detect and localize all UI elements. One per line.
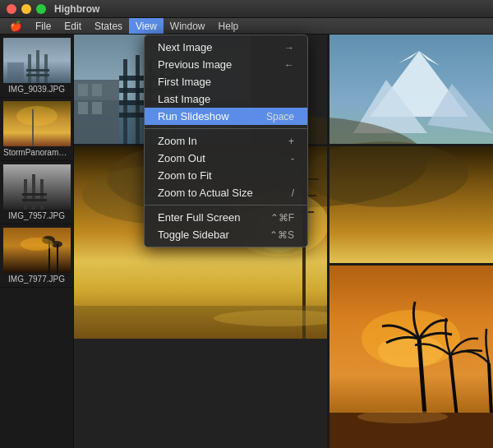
svg-rect-36 (78, 102, 88, 114)
svg-rect-5 (26, 74, 49, 76)
menu-run-slideshow[interactable]: Run Slideshow Space (145, 108, 307, 125)
svg-point-21 (21, 238, 53, 251)
menu-apple[interactable]: 🍎 (3, 18, 29, 34)
thumbnail-img3 (3, 164, 71, 210)
sidebar-item-img4[interactable]: IMG_7977.JPG (0, 224, 73, 288)
menu-previous-image[interactable]: Previous Image ← (145, 56, 307, 73)
minimize-button[interactable] (21, 4, 31, 14)
menu-zoom-fit[interactable]: Zoom to Fit (145, 167, 307, 184)
svg-rect-12 (32, 174, 35, 210)
menu-zoom-in[interactable]: Zoom In + (145, 132, 307, 150)
svg-rect-15 (22, 199, 47, 201)
thumbnail-img1 (3, 38, 71, 83)
menu-edit[interactable]: Edit (58, 18, 88, 34)
svg-rect-77 (327, 263, 493, 266)
separator-2 (145, 205, 307, 206)
menubar: 🍎 File Edit States View Window Help Next… (0, 18, 493, 35)
close-button[interactable] (7, 4, 16, 14)
menu-help[interactable]: Help (212, 18, 246, 34)
separator-1 (145, 128, 307, 129)
menu-toggle-sidebar[interactable]: Toggle Sidebar ⌃⌘S (145, 226, 307, 243)
thumb-label-img4: IMG_7977.JPG (3, 275, 70, 284)
svg-rect-37 (92, 102, 102, 114)
svg-rect-6 (7, 62, 24, 83)
sidebar-item-img3[interactable]: IMG_7957.JPG (0, 161, 73, 224)
svg-point-66 (214, 310, 345, 326)
svg-rect-4 (26, 69, 49, 72)
titlebar: Highbrow (0, 0, 493, 18)
menu-last-image[interactable]: Last Image (145, 90, 307, 108)
thumb-label-img3: IMG_7957.JPG (3, 211, 70, 220)
menu-view[interactable]: View (129, 18, 164, 34)
maximize-button[interactable] (36, 4, 46, 14)
menu-window[interactable]: Window (164, 18, 212, 34)
view-dropdown-menu: Next Image → Previous Image ← First Imag… (144, 35, 308, 247)
svg-rect-10 (3, 164, 71, 210)
sidebar-item-img1[interactable]: IMG_9039.JPG (0, 35, 73, 98)
thumb-label-img1: IMG_9039.JPG (3, 85, 70, 94)
svg-rect-75 (327, 35, 329, 448)
menu-next-image[interactable]: Next Image → (145, 39, 307, 56)
menu-states[interactable]: States (88, 18, 129, 34)
svg-point-69 (378, 335, 444, 367)
svg-point-8 (16, 106, 58, 126)
svg-rect-2 (36, 50, 39, 83)
sidebar: IMG_9039.JPG StormPanorama.jpg (0, 35, 74, 448)
svg-rect-34 (78, 84, 88, 96)
menu-fullscreen[interactable]: Enter Full Screen ⌃⌘F (145, 209, 307, 226)
thumbnail-img2 (3, 101, 71, 146)
menu-zoom-actual[interactable]: Zoom to Actual Size / (145, 184, 307, 201)
svg-rect-3 (44, 54, 48, 83)
menu-first-image[interactable]: First Image (145, 73, 307, 90)
menu-zoom-out[interactable]: Zoom Out - (145, 150, 307, 167)
svg-rect-14 (22, 193, 47, 196)
thumbnail-img4 (3, 228, 71, 273)
menu-file[interactable]: File (29, 18, 58, 34)
svg-rect-35 (92, 84, 102, 96)
thumb-label-img2: StormPanorama.jpg (3, 148, 70, 157)
svg-rect-1 (28, 54, 31, 83)
svg-point-74 (357, 410, 448, 423)
svg-rect-9 (32, 109, 34, 146)
sidebar-item-img2[interactable]: StormPanorama.jpg (0, 98, 73, 161)
app-title: Highbrow (54, 3, 99, 15)
svg-rect-18 (57, 244, 58, 273)
